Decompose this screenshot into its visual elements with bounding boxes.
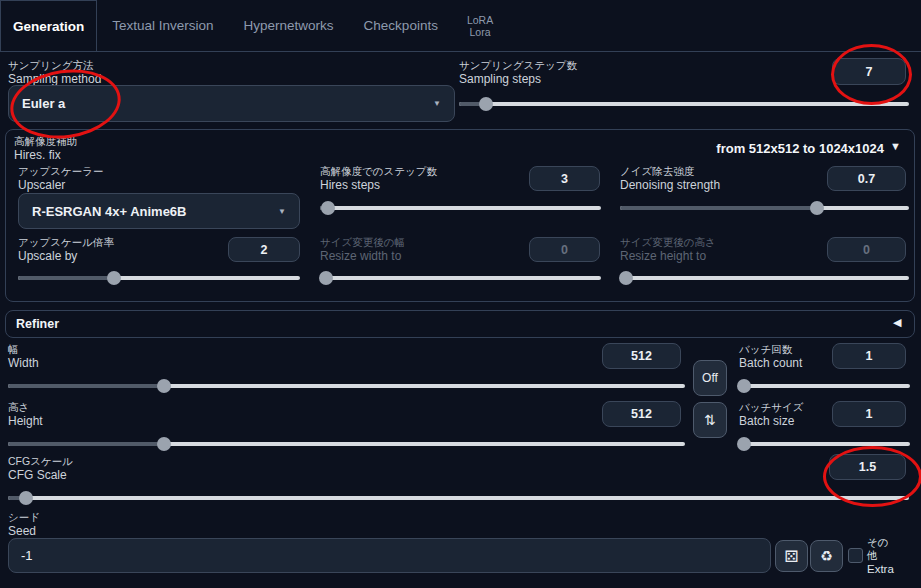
slider-handle[interactable]: [737, 437, 751, 451]
tab-hypernetworks[interactable]: Hypernetworks: [229, 0, 349, 51]
slider-track: [320, 206, 601, 210]
upscale-by-label-en: Upscale by: [18, 249, 114, 264]
random-seed-button[interactable]: ⚄: [775, 540, 808, 572]
extra-seed-label-en: Extra: [867, 562, 893, 576]
slider-handle[interactable]: [19, 491, 33, 505]
upscaler-value: R-ESRGAN 4x+ Anime6B: [32, 204, 186, 219]
height-label: 高さ Height: [8, 401, 43, 429]
hires-steps-label: 高解像度でのステップ数 Hires steps: [320, 165, 437, 193]
upscaler-label-en: Upscaler: [18, 178, 103, 193]
upscaler-label-ja: アップスケーラー: [18, 165, 103, 178]
refiner-panel[interactable]: [5, 310, 915, 338]
batch-size-label-ja: バッチサイズ: [739, 401, 803, 414]
seed-label-en: Seed: [8, 524, 40, 539]
resize-height-to-slider: [620, 270, 909, 286]
sampling-method-label: サンプリング方法 Sampling method: [8, 59, 101, 87]
upscaler-label: アップスケーラー Upscaler: [18, 165, 103, 193]
resize-height-to-input: 0: [827, 237, 906, 262]
slider-handle[interactable]: [479, 97, 493, 111]
batch-size-label-en: Batch size: [739, 414, 803, 429]
tab-lora-label-line2: Lora: [470, 26, 491, 38]
batch-count-label-ja: バッチ回数: [739, 343, 802, 356]
slider-fill: [8, 442, 164, 446]
hires-steps-label-ja: 高解像度でのステップ数: [320, 165, 437, 178]
tab-lora-label-line1: LoRA: [467, 14, 493, 26]
dice-icon: ⚄: [785, 547, 799, 566]
slider-handle[interactable]: [107, 271, 121, 285]
chevron-down-icon: ▼: [433, 99, 441, 108]
sampling-steps-label-ja: サンプリングステップ数: [459, 59, 577, 72]
batch-size-input[interactable]: 1: [832, 401, 906, 427]
stable-diffusion-webui-generation-panel: Generation Textual Inversion Hypernetwor…: [0, 0, 921, 588]
sampling-steps-slider[interactable]: [459, 96, 909, 112]
cfg-scale-slider[interactable]: [8, 490, 909, 506]
denoising-strength-input[interactable]: 0.7: [827, 166, 906, 191]
upscale-by-slider[interactable]: [18, 270, 300, 286]
slider-handle[interactable]: [321, 201, 335, 215]
sampling-method-value: Euler a: [22, 96, 65, 111]
width-input[interactable]: 512: [602, 343, 681, 369]
batch-count-input[interactable]: 1: [832, 343, 906, 369]
cfg-scale-input[interactable]: 1.5: [829, 454, 906, 480]
resize-width-to-label-ja: サイズ変更後の幅: [320, 236, 405, 249]
recycle-icon: ♻: [820, 548, 833, 564]
expand-panel-icon[interactable]: ◀: [893, 317, 901, 328]
width-label-ja: 幅: [8, 343, 39, 356]
seed-label-ja: シード: [8, 511, 40, 524]
swap-dimensions-button[interactable]: ⇅: [693, 402, 727, 438]
denoising-strength-label-ja: ノイズ除去強度: [620, 165, 720, 178]
slider-fill: [8, 384, 164, 388]
slider-handle[interactable]: [737, 379, 751, 393]
slider-handle: [319, 271, 333, 285]
off-button[interactable]: Off: [693, 360, 727, 396]
width-slider[interactable]: [8, 378, 685, 394]
upscaler-dropdown[interactable]: R-ESRGAN 4x+ Anime6B ▼: [18, 193, 300, 229]
slider-track: [8, 496, 909, 500]
height-label-ja: 高さ: [8, 401, 43, 414]
sampling-steps-input[interactable]: 7: [832, 58, 906, 85]
slider-fill: [620, 206, 817, 210]
tab-textual-inversion[interactable]: Textual Inversion: [97, 0, 228, 51]
resize-width-to-label: サイズ変更後の幅 Resize width to: [320, 236, 405, 264]
tab-lora[interactable]: LoRA Lora: [453, 0, 507, 51]
resize-height-to-label-ja: サイズ変更後の高さ: [620, 236, 716, 249]
reuse-seed-button[interactable]: ♻: [810, 540, 843, 572]
height-input[interactable]: 512: [602, 401, 681, 427]
hires-fix-title[interactable]: 高解像度補助 Hires. fix: [14, 135, 77, 163]
upscale-by-input[interactable]: 2: [228, 237, 300, 262]
batch-count-slider[interactable]: [739, 378, 910, 394]
denoising-strength-label-en: Denoising strength: [620, 178, 720, 193]
height-slider[interactable]: [8, 436, 685, 452]
swap-dimensions-icon: ⇅: [704, 412, 716, 428]
sampling-steps-label: サンプリングステップ数 Sampling steps: [459, 59, 577, 87]
denoising-strength-slider[interactable]: [620, 200, 909, 216]
hires-fix-title-ja: 高解像度補助: [14, 135, 77, 148]
batch-count-label-en: Batch count: [739, 356, 802, 371]
hires-fix-title-en: Hires. fix: [14, 148, 77, 163]
slider-fill: [18, 276, 114, 280]
resize-width-to-input: 0: [529, 237, 600, 262]
tab-checkpoints[interactable]: Checkpoints: [349, 0, 453, 51]
batch-size-slider[interactable]: [739, 436, 910, 452]
resize-height-to-label: サイズ変更後の高さ Resize height to: [620, 236, 716, 264]
slider-track: [320, 276, 601, 280]
cfg-scale-label-en: CFG Scale: [8, 468, 73, 483]
upscale-by-label-ja: アップスケール倍率: [18, 236, 114, 249]
slider-handle[interactable]: [157, 437, 171, 451]
resize-width-to-slider: [320, 270, 601, 286]
settings-tabbar: Generation Textual Inversion Hypernetwor…: [0, 0, 921, 52]
slider-track: [739, 384, 910, 388]
tab-generation[interactable]: Generation: [0, 0, 97, 51]
hires-steps-label-en: Hires steps: [320, 178, 437, 193]
hires-steps-slider[interactable]: [320, 200, 601, 216]
sampling-method-dropdown[interactable]: Euler a ▼: [8, 85, 455, 122]
slider-handle[interactable]: [810, 201, 824, 215]
extra-seed-checkbox[interactable]: [848, 548, 863, 563]
collapse-panel-icon[interactable]: ▼: [890, 141, 901, 152]
hires-steps-input[interactable]: 3: [529, 166, 600, 191]
width-label-en: Width: [8, 356, 39, 371]
seed-input[interactable]: [8, 538, 771, 573]
slider-handle[interactable]: [157, 379, 171, 393]
resize-height-to-label-en: Resize height to: [620, 249, 716, 264]
refiner-title: Refiner: [16, 317, 59, 331]
